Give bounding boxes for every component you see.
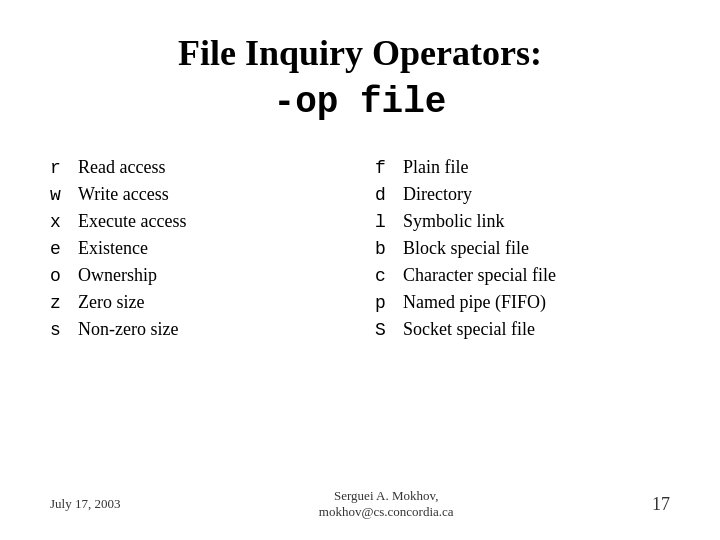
item-label: Named pipe (FIFO)	[403, 292, 546, 313]
item-label: Read access	[78, 157, 165, 178]
footer-date: July 17, 2003	[50, 496, 120, 512]
item-code: x	[50, 212, 78, 232]
right-column: fPlain filedDirectorylSymbolic linkbBloc…	[365, 157, 670, 346]
item-code: r	[50, 158, 78, 178]
content-area: rRead accesswWrite accessxExecute access…	[50, 157, 670, 346]
item-code: b	[375, 239, 403, 259]
item-label: Write access	[78, 184, 169, 205]
list-item: fPlain file	[375, 157, 670, 178]
item-label: Block special file	[403, 238, 529, 259]
left-column: rRead accesswWrite accessxExecute access…	[50, 157, 365, 346]
item-code: f	[375, 158, 403, 178]
list-item: zZero size	[50, 292, 345, 313]
item-label: Ownership	[78, 265, 157, 286]
list-item: pNamed pipe (FIFO)	[375, 292, 670, 313]
footer-author-name: Serguei A. Mokhov,	[319, 488, 454, 504]
list-item: eExistence	[50, 238, 345, 259]
list-item: xExecute access	[50, 211, 345, 232]
item-code: w	[50, 185, 78, 205]
list-item: wWrite access	[50, 184, 345, 205]
item-label: Character special file	[403, 265, 556, 286]
list-item: cCharacter special file	[375, 265, 670, 286]
list-item: dDirectory	[375, 184, 670, 205]
item-label: Non-zero size	[78, 319, 178, 340]
item-code: z	[50, 293, 78, 313]
item-label: Existence	[78, 238, 148, 259]
title-op-mono: file	[360, 82, 446, 123]
title-op-plain: -op	[274, 82, 360, 123]
item-code: c	[375, 266, 403, 286]
slide-title: File Inquiry Operators: -op file	[50, 30, 670, 127]
item-label: Directory	[403, 184, 472, 205]
footer-author-email: mokhov@cs.concordia.ca	[319, 504, 454, 520]
item-label: Socket special file	[403, 319, 535, 340]
item-code: d	[375, 185, 403, 205]
footer-page-number: 17	[652, 494, 670, 515]
list-item: lSymbolic link	[375, 211, 670, 232]
item-code: o	[50, 266, 78, 286]
item-code: S	[375, 320, 403, 340]
title-command: -op file	[274, 82, 447, 123]
list-item: sNon-zero size	[50, 319, 345, 340]
title-text: File Inquiry Operators:	[178, 33, 542, 73]
list-item: bBlock special file	[375, 238, 670, 259]
item-label: Execute access	[78, 211, 186, 232]
item-label: Zero size	[78, 292, 144, 313]
list-item: oOwnership	[50, 265, 345, 286]
item-code: s	[50, 320, 78, 340]
title-heading: File Inquiry Operators: -op file	[50, 30, 670, 127]
item-code: e	[50, 239, 78, 259]
item-label: Symbolic link	[403, 211, 505, 232]
item-label: Plain file	[403, 157, 469, 178]
item-code: p	[375, 293, 403, 313]
footer-author: Serguei A. Mokhov, mokhov@cs.concordia.c…	[319, 488, 454, 520]
list-item: SSocket special file	[375, 319, 670, 340]
slide-footer: July 17, 2003 Serguei A. Mokhov, mokhov@…	[0, 488, 720, 520]
item-code: l	[375, 212, 403, 232]
list-item: rRead access	[50, 157, 345, 178]
slide: File Inquiry Operators: -op file rRead a…	[0, 0, 720, 540]
